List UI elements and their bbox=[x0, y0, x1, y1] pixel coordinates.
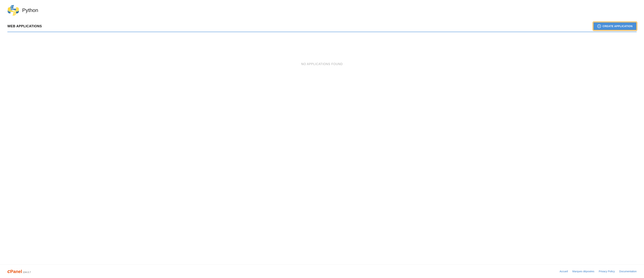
footer-links: Accueil Marques déposées Privacy Policy … bbox=[560, 270, 636, 273]
cpanel-brand: cPanel 104.0.7 bbox=[8, 269, 31, 274]
cpanel-panel-text: Panel bbox=[10, 269, 22, 274]
python-logo-icon bbox=[8, 4, 19, 16]
page-title: Python bbox=[22, 7, 38, 13]
svg-point-1 bbox=[12, 7, 12, 7]
empty-state: NO APPLICATIONS FOUND bbox=[8, 36, 636, 92]
page-header: Python bbox=[8, 4, 636, 16]
section-title: WEB APPLICATIONS bbox=[8, 24, 42, 28]
plus-circle-icon: + bbox=[597, 24, 601, 28]
svg-point-3 bbox=[14, 13, 15, 14]
cpanel-logo-text: cPanel bbox=[8, 269, 22, 274]
footer: cPanel 104.0.7 Accueil Marques déposées … bbox=[0, 265, 644, 278]
footer-link-privacy[interactable]: Privacy Policy bbox=[599, 270, 615, 273]
empty-message: NO APPLICATIONS FOUND bbox=[301, 62, 343, 66]
cpanel-version: 104.0.7 bbox=[23, 271, 31, 274]
footer-link-accueil[interactable]: Accueil bbox=[560, 270, 568, 273]
cpanel-c-letter: c bbox=[8, 269, 10, 274]
create-application-button[interactable]: + CREATE APPLICATION bbox=[593, 22, 636, 30]
section-bar: WEB APPLICATIONS + CREATE APPLICATION bbox=[8, 22, 636, 32]
footer-link-documentation[interactable]: Documentation bbox=[619, 270, 636, 273]
create-button-label: CREATE APPLICATION bbox=[602, 25, 632, 28]
main-content: Python WEB APPLICATIONS + CREATE APPLICA… bbox=[0, 0, 644, 265]
footer-link-marques[interactable]: Marques déposées bbox=[572, 270, 594, 273]
